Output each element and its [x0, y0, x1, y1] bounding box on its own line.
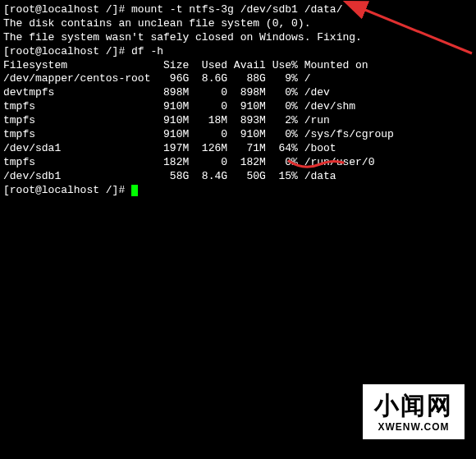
output-message-1: The disk contains an unclean file system…: [3, 17, 473, 31]
shell-prompt: [root@localhost /]#: [3, 45, 131, 57]
watermark-badge: 小闻网 XWENW.COM: [359, 381, 468, 443]
command-text: mount -t ntfs-3g /dev/sdb1 /data/: [131, 3, 342, 16]
df-data-row: /dev/mapper/centos-root 96G 8.6G 88G 9% …: [3, 72, 473, 86]
df-header-row: Filesystem Size Used Avail Use% Mounted …: [3, 59, 473, 73]
df-data-row: /dev/sda1 197M 126M 71M 64% /boot: [3, 142, 473, 156]
terminal-output: [root@localhost /]# mount -t ntfs-3g /de…: [3, 3, 473, 197]
df-data-row: tmpfs 910M 0 910M 0% /sys/fs/cgroup: [3, 128, 473, 142]
df-data-row: /dev/sdb1 58G 8.4G 50G 15% /data: [3, 170, 473, 184]
df-data-row: devtmpfs 898M 0 898M 0% /dev: [3, 86, 473, 100]
df-data-row: tmpfs 182M 0 182M 0% /run/user/0: [3, 156, 473, 170]
df-data-row: tmpfs 910M 18M 893M 2% /run: [3, 114, 473, 128]
watermark-subtitle: XWENW.COM: [374, 421, 453, 434]
shell-prompt: [root@localhost /]#: [3, 184, 131, 196]
command-text: df -h: [131, 45, 163, 57]
output-message-2: The file system wasn't safely closed on …: [3, 31, 473, 45]
command-line-2: [root@localhost /]# df -h: [3, 45, 473, 59]
watermark-title: 小闻网: [374, 389, 453, 421]
command-line-1: [root@localhost /]# mount -t ntfs-3g /de…: [3, 3, 473, 17]
cursor-icon: [131, 185, 138, 196]
shell-prompt: [root@localhost /]#: [3, 3, 131, 16]
command-line-3[interactable]: [root@localhost /]#: [3, 184, 473, 198]
df-data-row: tmpfs 910M 0 910M 0% /dev/shm: [3, 100, 473, 114]
